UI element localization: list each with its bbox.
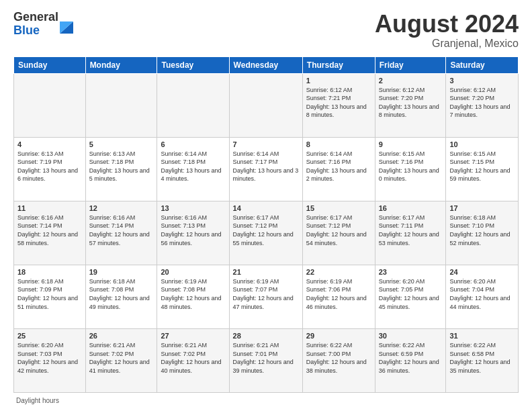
day-info: Sunrise: 6:14 AM Sunset: 7:16 PM Dayligh…	[306, 150, 371, 183]
day-info: Sunrise: 6:15 AM Sunset: 7:15 PM Dayligh…	[449, 150, 515, 183]
day-info: Sunrise: 6:17 AM Sunset: 7:12 PM Dayligh…	[233, 214, 299, 247]
location: Granjenal, Mexico	[375, 38, 519, 50]
logo-icon	[60, 15, 73, 34]
calendar-cell: 6Sunrise: 6:14 AM Sunset: 7:18 PM Daylig…	[157, 137, 229, 201]
calendar-cell: 9Sunrise: 6:15 AM Sunset: 7:16 PM Daylig…	[375, 137, 446, 201]
calendar-cell	[14, 73, 86, 137]
calendar-table: SundayMondayTuesdayWednesdayThursdayFrid…	[13, 56, 519, 393]
day-number: 29	[306, 332, 371, 340]
day-info: Sunrise: 6:20 AM Sunset: 7:05 PM Dayligh…	[379, 277, 443, 311]
calendar: SundayMondayTuesdayWednesdayThursdayFrid…	[13, 56, 519, 393]
header: General Blue August 2024 Granjenal, Mexi…	[13, 11, 519, 50]
day-info: Sunrise: 6:14 AM Sunset: 7:17 PM Dayligh…	[233, 150, 299, 183]
day-number: 31	[449, 332, 515, 340]
day-info: Sunrise: 6:21 AM Sunset: 7:02 PM Dayligh…	[161, 341, 225, 375]
calendar-cell: 8Sunrise: 6:14 AM Sunset: 7:16 PM Daylig…	[302, 137, 375, 201]
calendar-cell: 20Sunrise: 6:19 AM Sunset: 7:08 PM Dayli…	[157, 265, 229, 328]
day-info: Sunrise: 6:12 AM Sunset: 7:20 PM Dayligh…	[379, 86, 443, 120]
calendar-cell: 5Sunrise: 6:13 AM Sunset: 7:18 PM Daylig…	[85, 137, 157, 201]
week-row-0: 1Sunrise: 6:12 AM Sunset: 7:21 PM Daylig…	[14, 73, 519, 137]
day-number: 22	[306, 268, 371, 276]
header-day-monday: Monday	[85, 56, 157, 73]
day-number: 9	[379, 140, 443, 148]
calendar-cell	[157, 73, 229, 137]
day-number: 24	[449, 268, 515, 276]
month-title: August 2024	[375, 11, 519, 38]
footer-note: Daylight hours	[13, 397, 519, 404]
day-number: 20	[161, 268, 225, 276]
day-info: Sunrise: 6:14 AM Sunset: 7:18 PM Dayligh…	[161, 150, 225, 183]
day-info: Sunrise: 6:19 AM Sunset: 7:07 PM Dayligh…	[233, 277, 299, 311]
day-info: Sunrise: 6:22 AM Sunset: 7:00 PM Dayligh…	[306, 341, 371, 375]
calendar-cell: 17Sunrise: 6:18 AM Sunset: 7:10 PM Dayli…	[446, 201, 519, 265]
day-info: Sunrise: 6:15 AM Sunset: 7:16 PM Dayligh…	[379, 150, 443, 183]
day-number: 14	[233, 204, 299, 212]
day-number: 4	[17, 140, 82, 148]
day-info: Sunrise: 6:20 AM Sunset: 7:04 PM Dayligh…	[449, 277, 515, 311]
calendar-cell: 26Sunrise: 6:21 AM Sunset: 7:02 PM Dayli…	[85, 328, 157, 392]
calendar-cell: 25Sunrise: 6:20 AM Sunset: 7:03 PM Dayli…	[14, 328, 86, 392]
day-info: Sunrise: 6:16 AM Sunset: 7:13 PM Dayligh…	[161, 214, 225, 247]
day-number: 2	[379, 77, 443, 85]
day-info: Sunrise: 6:21 AM Sunset: 7:01 PM Dayligh…	[233, 341, 299, 375]
header-day-tuesday: Tuesday	[157, 56, 229, 73]
calendar-cell: 21Sunrise: 6:19 AM Sunset: 7:07 PM Dayli…	[229, 265, 302, 328]
day-info: Sunrise: 6:19 AM Sunset: 7:06 PM Dayligh…	[306, 277, 371, 311]
day-info: Sunrise: 6:21 AM Sunset: 7:02 PM Dayligh…	[89, 341, 154, 375]
calendar-cell: 3Sunrise: 6:12 AM Sunset: 7:20 PM Daylig…	[446, 73, 519, 137]
calendar-cell: 18Sunrise: 6:18 AM Sunset: 7:09 PM Dayli…	[14, 265, 86, 328]
header-day-friday: Friday	[375, 56, 446, 73]
logo-blue: Blue	[13, 24, 58, 38]
page: General Blue August 2024 Granjenal, Mexi…	[0, 0, 532, 411]
day-info: Sunrise: 6:20 AM Sunset: 7:03 PM Dayligh…	[17, 341, 82, 375]
calendar-cell: 2Sunrise: 6:12 AM Sunset: 7:20 PM Daylig…	[375, 73, 446, 137]
calendar-header: SundayMondayTuesdayWednesdayThursdayFrid…	[14, 56, 519, 73]
day-info: Sunrise: 6:17 AM Sunset: 7:12 PM Dayligh…	[306, 214, 371, 247]
day-number: 8	[306, 140, 371, 148]
calendar-cell: 7Sunrise: 6:14 AM Sunset: 7:17 PM Daylig…	[229, 137, 302, 201]
day-number: 13	[161, 204, 225, 212]
day-info: Sunrise: 6:18 AM Sunset: 7:08 PM Dayligh…	[89, 277, 154, 311]
day-number: 5	[89, 140, 154, 148]
day-info: Sunrise: 6:19 AM Sunset: 7:08 PM Dayligh…	[161, 277, 225, 311]
day-number: 28	[233, 332, 299, 340]
calendar-cell	[229, 73, 302, 137]
logo-general: General	[13, 11, 58, 24]
day-number: 19	[89, 268, 154, 276]
day-number: 11	[17, 204, 82, 212]
day-info: Sunrise: 6:12 AM Sunset: 7:21 PM Dayligh…	[306, 86, 371, 120]
title-block: August 2024 Granjenal, Mexico	[375, 11, 519, 50]
header-day-thursday: Thursday	[302, 56, 375, 73]
day-info: Sunrise: 6:17 AM Sunset: 7:11 PM Dayligh…	[379, 214, 443, 247]
calendar-cell: 4Sunrise: 6:13 AM Sunset: 7:19 PM Daylig…	[14, 137, 86, 201]
week-row-2: 11Sunrise: 6:16 AM Sunset: 7:14 PM Dayli…	[14, 201, 519, 265]
header-day-saturday: Saturday	[446, 56, 519, 73]
calendar-cell: 31Sunrise: 6:22 AM Sunset: 6:58 PM Dayli…	[446, 328, 519, 392]
day-number: 1	[306, 77, 371, 85]
calendar-cell: 13Sunrise: 6:16 AM Sunset: 7:13 PM Dayli…	[157, 201, 229, 265]
header-day-sunday: Sunday	[14, 56, 86, 73]
day-number: 10	[449, 140, 515, 148]
day-number: 6	[161, 140, 225, 148]
day-number: 16	[379, 204, 443, 212]
day-number: 21	[233, 268, 299, 276]
header-day-wednesday: Wednesday	[229, 56, 302, 73]
day-number: 26	[89, 332, 154, 340]
calendar-cell: 22Sunrise: 6:19 AM Sunset: 7:06 PM Dayli…	[302, 265, 375, 328]
day-number: 15	[306, 204, 371, 212]
logo-text: General Blue	[13, 11, 58, 38]
calendar-cell: 1Sunrise: 6:12 AM Sunset: 7:21 PM Daylig…	[302, 73, 375, 137]
day-info: Sunrise: 6:13 AM Sunset: 7:18 PM Dayligh…	[89, 150, 154, 183]
day-number: 3	[449, 77, 515, 85]
day-number: 30	[379, 332, 443, 340]
calendar-cell: 12Sunrise: 6:16 AM Sunset: 7:14 PM Dayli…	[85, 201, 157, 265]
logo: General Blue	[13, 11, 73, 38]
calendar-cell: 10Sunrise: 6:15 AM Sunset: 7:15 PM Dayli…	[446, 137, 519, 201]
day-info: Sunrise: 6:16 AM Sunset: 7:14 PM Dayligh…	[89, 214, 154, 247]
calendar-cell: 29Sunrise: 6:22 AM Sunset: 7:00 PM Dayli…	[302, 328, 375, 392]
day-info: Sunrise: 6:22 AM Sunset: 6:58 PM Dayligh…	[449, 341, 515, 375]
day-number: 17	[449, 204, 515, 212]
day-info: Sunrise: 6:18 AM Sunset: 7:10 PM Dayligh…	[449, 214, 515, 247]
calendar-cell	[85, 73, 157, 137]
day-info: Sunrise: 6:12 AM Sunset: 7:20 PM Dayligh…	[449, 86, 515, 120]
